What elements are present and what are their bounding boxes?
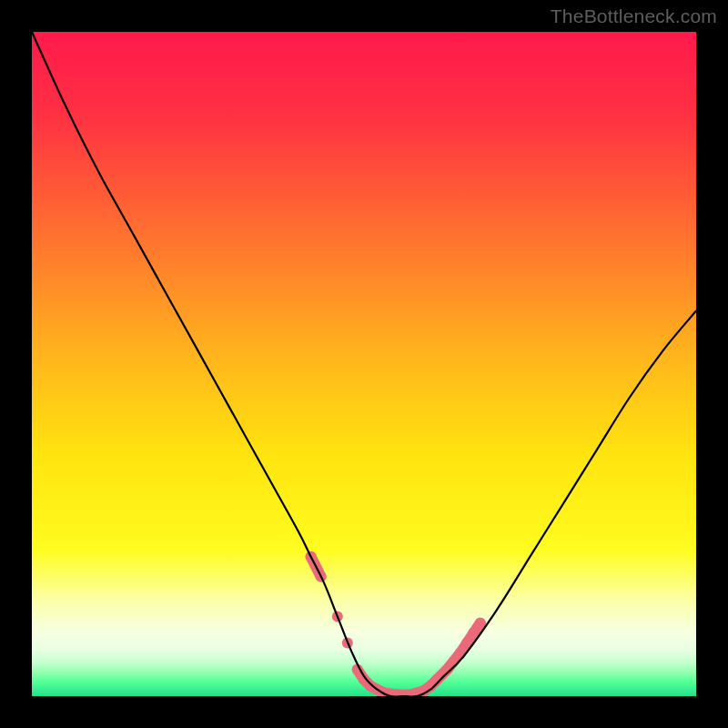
bottleneck-curve xyxy=(32,32,696,696)
curve-layer xyxy=(32,32,696,696)
plot-area xyxy=(32,32,696,696)
highlight-markers xyxy=(306,551,486,696)
watermark-text: TheBottleneck.com xyxy=(551,5,717,27)
chart-frame: TheBottleneck.com xyxy=(0,0,728,728)
